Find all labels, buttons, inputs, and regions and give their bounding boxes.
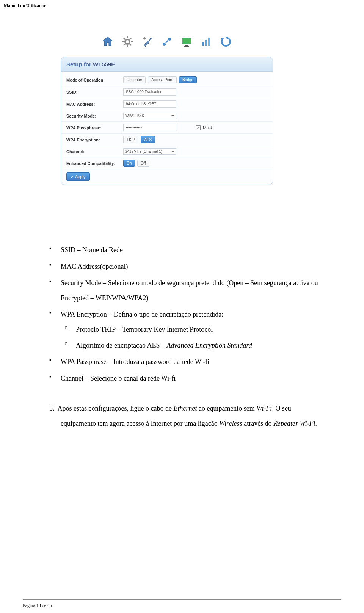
row-encryption: WPA Encryption: TKIP AES	[61, 134, 273, 146]
row-security: Security Mode: WPA2 PSK	[61, 110, 273, 122]
stats-icon	[199, 34, 214, 49]
footer-divider	[23, 599, 341, 600]
sub-aes-em: Advanced Encryption Standard	[166, 342, 252, 349]
channel-select[interactable]: 2412MHz (Channel 1)	[123, 148, 176, 155]
svg-line-6	[130, 44, 131, 45]
svg-rect-12	[182, 38, 191, 44]
refresh-icon	[218, 34, 234, 49]
mode-repeater[interactable]: Repeater	[123, 76, 146, 83]
compat-on[interactable]: On	[123, 160, 135, 167]
panel-title-prefix: Setup for	[66, 61, 93, 67]
svg-rect-16	[205, 40, 207, 46]
panel-title-model: WL559E	[93, 61, 115, 67]
page-footer: Página 18 de 45	[23, 603, 52, 608]
toolbar-icons	[61, 34, 273, 49]
row-compat: Enhanced Compatibility: On Off	[61, 157, 273, 169]
svg-rect-17	[208, 38, 210, 46]
mode-ap[interactable]: Access Point	[148, 76, 177, 83]
apply-button[interactable]: ✔ Apply	[66, 172, 90, 181]
bullet-enc-text: WPA Encryption – Defina o tipo de encrip…	[61, 310, 223, 318]
passphrase-input[interactable]: ••••••••••••	[123, 124, 176, 131]
step5-e: .	[315, 420, 317, 427]
mac-input[interactable]: b4:0e:dc:b3:e0:57	[123, 100, 176, 108]
mask-label: Mask	[203, 125, 213, 130]
step5-em1: Ethernet	[173, 404, 197, 412]
bullet-passphrase: WPA Passphrase – Introduza a password da…	[61, 354, 322, 370]
svg-line-5	[124, 38, 125, 39]
step5-a: Após estas configurações, ligue o cabo d…	[58, 404, 174, 412]
compat-off[interactable]: Off	[137, 160, 149, 167]
ssid-input[interactable]: SBG-1000 Evaluation	[123, 88, 176, 96]
label-ssid: SSID:	[66, 90, 123, 94]
network-icon	[159, 34, 174, 49]
step5-b: ao equipamento sem	[197, 404, 256, 412]
svg-rect-15	[202, 42, 204, 46]
svg-point-0	[125, 39, 130, 44]
mode-bridge[interactable]: Bridge	[179, 76, 197, 83]
label-encryption: WPA Encryption:	[66, 138, 123, 142]
bullet-encryption: WPA Encryption – Defina o tipo de encrip…	[61, 307, 322, 353]
step5-em2: Wi-Fi	[256, 404, 272, 412]
channel-value: 2412MHz (Channel 1)	[125, 149, 162, 154]
apply-label: Apply	[75, 174, 86, 179]
label-compat: Enhanced Compatibility:	[66, 161, 123, 166]
page-header: Manual do Utilizador	[4, 3, 46, 9]
svg-line-7	[130, 38, 131, 39]
enc-aes[interactable]: AES	[141, 136, 155, 143]
label-security: Security Mode:	[66, 114, 123, 118]
svg-rect-14	[184, 46, 189, 47]
setup-panel: Setup for WL559E Mode of Operation: Repe…	[61, 57, 273, 185]
label-mode: Mode of Operation:	[66, 78, 123, 82]
label-mac: MAC Address:	[66, 102, 123, 107]
bullet-channel: Channel – Selecione o canal da rede Wi-f…	[61, 371, 322, 386]
security-value: WPA2 PSK	[125, 114, 144, 118]
label-channel: Channel:	[66, 149, 123, 154]
check-icon: ✔	[71, 175, 74, 179]
chevron-down-icon	[171, 151, 174, 152]
bullet-ssid: SSID – Nome da Rede	[61, 243, 322, 258]
row-passphrase: WPA Passphrase: •••••••••••• ✓ Mask	[61, 122, 273, 134]
row-channel: Channel: 2412MHz (Channel 1)	[61, 146, 273, 157]
bullet-security: Security Mode – Selecione o modo de segu…	[61, 276, 322, 306]
router-setup-screenshot: Setup for WL559E Mode of Operation: Repe…	[61, 34, 273, 185]
step5-num: 5.	[49, 404, 55, 412]
step5-d: através do	[242, 420, 273, 427]
document-content: SSID – Nome da Rede MAC Address(opcional…	[46, 243, 322, 431]
svg-point-10	[168, 38, 171, 41]
svg-line-8	[124, 44, 125, 45]
monitor-icon	[179, 34, 194, 49]
label-passphrase: WPA Passphrase:	[66, 125, 123, 130]
row-mode: Mode of Operation: Repeater Access Point…	[61, 74, 273, 86]
enc-tkip[interactable]: TKIP	[123, 136, 138, 143]
security-select[interactable]: WPA2 PSK	[123, 113, 176, 119]
panel-body: Mode of Operation: Repeater Access Point…	[61, 72, 273, 185]
sub-aes-prefix: Algoritmo de encriptação AES –	[76, 342, 166, 349]
step5-em4: Repeater Wi-Fi	[273, 420, 315, 427]
svg-rect-13	[185, 45, 188, 46]
svg-point-9	[163, 43, 166, 46]
panel-title: Setup for WL559E	[61, 57, 273, 72]
row-ssid: SSID: SBG-1000 Evaluation	[61, 86, 273, 98]
mask-checkbox[interactable]: ✓	[196, 125, 201, 130]
chevron-down-icon	[171, 115, 174, 117]
step-5: 5. Após estas configurações, ligue o cab…	[46, 401, 322, 431]
gear-icon	[120, 34, 135, 49]
sub-aes: Algoritmo de encriptação AES – Advanced …	[76, 338, 322, 353]
bullet-mac: MAC Address(opcional)	[61, 259, 322, 274]
home-icon	[100, 34, 115, 49]
tools-icon	[140, 34, 155, 49]
step5-em3: Wireless	[219, 420, 242, 427]
sub-tkip: Protoclo TKIP – Temporary Key Internet P…	[76, 322, 322, 337]
row-mac: MAC Address: b4:0e:dc:b3:e0:57	[61, 98, 273, 110]
